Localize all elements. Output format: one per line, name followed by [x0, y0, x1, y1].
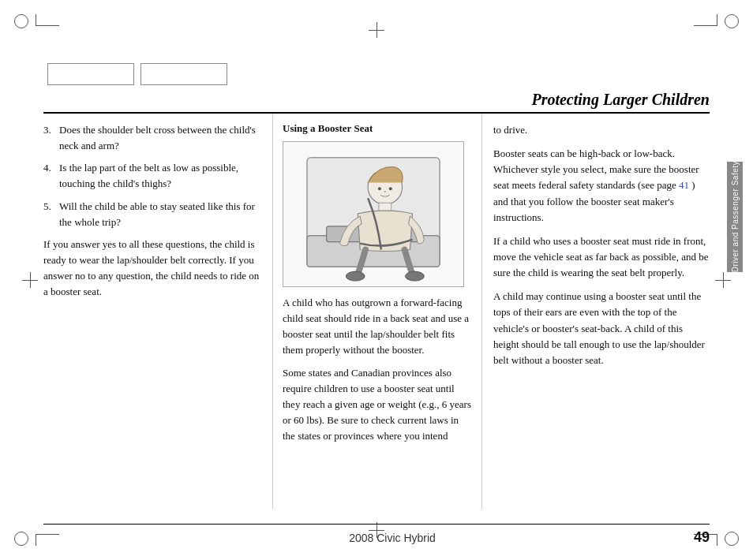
crosshair-right: [715, 272, 731, 288]
corner-tr: [721, 14, 739, 32]
main-content: 3. Does the shoulder belt cross between …: [43, 114, 710, 509]
right-para-4: A child may continue using a booster sea…: [493, 289, 710, 368]
corner-tl: [14, 14, 32, 32]
middle-column: Using a Booster Seat: [272, 114, 481, 509]
right-para-2-text-a: Booster seats can be high-back or low-ba…: [493, 147, 699, 191]
crosshair-left: [22, 272, 38, 288]
corner-bl: [14, 528, 32, 546]
svg-point-5: [346, 271, 365, 281]
crosshair-top: [369, 22, 384, 38]
deco-line: [36, 25, 59, 26]
deco-line: [694, 25, 717, 26]
right-column: to drive. Booster seats can be high-back…: [481, 114, 710, 509]
item-num-5: 5.: [43, 199, 59, 230]
mid-para-1: A child who has outgrown a forward-facin…: [283, 295, 472, 359]
tab-box-2[interactable]: [140, 63, 227, 85]
right-para-3: If a child who uses a booster seat must …: [493, 233, 710, 281]
svg-point-8: [389, 187, 392, 190]
page: Protecting Larger Children 3. Does the s…: [0, 0, 753, 560]
footer-center: 2008 Civic Hybrid: [349, 532, 436, 544]
booster-seat-heading: Using a Booster Seat: [283, 122, 472, 135]
svg-point-7: [378, 187, 381, 190]
side-tab-label: Driver and Passenger Safety: [731, 161, 740, 272]
deco-line: [36, 14, 36, 26]
tab-box-1[interactable]: [47, 63, 134, 85]
item-num-3: 3.: [43, 122, 59, 154]
page-title: Protecting Larger Children: [531, 91, 710, 109]
list-item-3: 3. Does the shoulder belt cross between …: [43, 122, 260, 154]
item-text-4: Is the lap part of the belt as low as po…: [59, 160, 260, 192]
page-title-bar: Protecting Larger Children: [43, 91, 710, 114]
booster-seat-image: [283, 141, 464, 287]
deco-line: [36, 534, 36, 546]
item-text-3: Does the shoulder belt cross between the…: [59, 122, 260, 154]
left-body-text: If you answer yes to all these questions…: [43, 237, 260, 301]
corner-br: [721, 528, 739, 546]
side-tab: Driver and Passenger Safety: [727, 162, 743, 272]
deco-line: [717, 534, 717, 546]
mid-para-2: Some states and Canadian provinces also …: [283, 365, 472, 445]
svg-point-6: [406, 271, 425, 281]
left-column: 3. Does the shoulder belt cross between …: [43, 114, 272, 509]
footer: 2008 Civic Hybrid 49: [43, 524, 710, 546]
page-number: 49: [694, 529, 710, 546]
item-text-5: Will the child be able to stay seated li…: [59, 199, 260, 230]
top-tabs: [47, 63, 227, 85]
right-para-1: to drive.: [493, 122, 710, 138]
right-para-2: Booster seats can be high-back or low-ba…: [493, 146, 710, 226]
booster-illustration-svg: [283, 142, 463, 286]
page-link[interactable]: 41: [679, 179, 689, 191]
list-item-4: 4. Is the lap part of the belt as low as…: [43, 160, 260, 192]
deco-line: [717, 14, 717, 26]
item-num-4: 4.: [43, 160, 59, 192]
list-item-5: 5. Will the child be able to stay seated…: [43, 199, 260, 230]
